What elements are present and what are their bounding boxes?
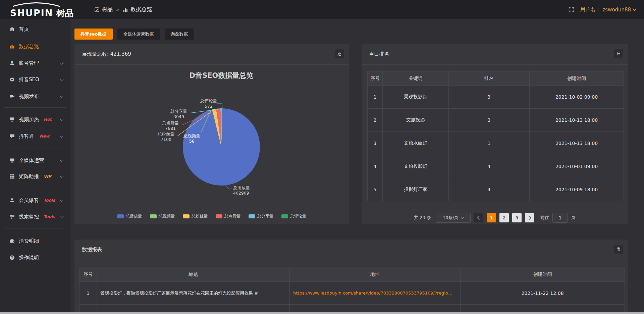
report-link[interactable]: https://www.iesdouyin.com/share/video/70… <box>293 291 452 296</box>
next-page-button[interactable] <box>525 213 534 222</box>
logo-text-en: SHUPIN <box>10 8 53 17</box>
breadcrumb: 树品 > 数据总览 <box>95 0 152 19</box>
rank-table: 序号 关键词 排名 创建时间 1 景观投影灯 3 2021-10-02 09:0… <box>367 71 624 201</box>
cell: 4 <box>368 155 382 178</box>
prev-page-button[interactable] <box>474 213 483 222</box>
legend-swatch <box>249 214 255 218</box>
page-size-select[interactable]: 10条/页 <box>436 213 471 223</box>
pie-label-shares: 总分享量3049 <box>165 109 192 119</box>
breadcrumb-current[interactable]: 数据总览 <box>130 6 152 13</box>
cell: 2021-10-01 09:00 <box>530 155 624 178</box>
sidebar-item-lead-monitor[interactable]: 线索监控 Tools <box>0 210 70 223</box>
logo[interactable]: SHUPIN 树品 <box>10 2 73 17</box>
sidebar-item-help[interactable]: ? 操作说明 <box>0 251 70 264</box>
sidebar-item-data-overview[interactable]: 数据总览 <box>0 40 70 53</box>
cell: 5 <box>368 178 382 201</box>
chevron-left-icon <box>477 216 481 220</box>
legend-item-videos[interactable]: 总视频量 <box>150 213 175 219</box>
sidebar-item-video-publish[interactable]: 视频发布 <box>0 90 70 103</box>
cell: 文旅投影 <box>383 109 448 132</box>
logo-text-cn: 树品 <box>56 9 73 17</box>
user-menu[interactable]: 用户名：zswodun88 <box>580 6 636 13</box>
legend-item-plays[interactable]: 总播放量 <box>117 213 142 219</box>
sidebar-divider <box>4 228 66 228</box>
table-mode-button[interactable]: 表 <box>614 245 623 254</box>
svg-text:?: ? <box>11 256 13 259</box>
cell: 景观投影灯 <box>383 86 448 108</box>
sidebar: 首页 数据总览 账号管理 <box>0 19 70 314</box>
video-camera-icon <box>9 94 15 99</box>
chart-panel-header: 展现量总数: 421,369 总 <box>74 44 349 65</box>
horizontal-scrollbar[interactable] <box>0 312 644 314</box>
cell: 4 <box>449 155 529 178</box>
page-button-2[interactable]: 2 <box>499 213 509 222</box>
chevron-down-icon <box>60 158 63 162</box>
bar-chart-icon <box>123 7 128 12</box>
report-panel-header: 数据报表 表 <box>74 240 628 260</box>
chart-panel: 展现量总数: 421,369 总 D音SEO数据量总览 总评论量572 总分享量… <box>74 44 349 224</box>
cell: 1 <box>368 86 382 108</box>
legend-swatch <box>281 214 288 218</box>
breadcrumb-root[interactable]: 树品 <box>102 6 113 13</box>
rank-panel: 今日排名 日 序号 关键词 排名 创建时间 1 景观投影灯 3 2021-10-… <box>362 44 628 224</box>
help-icon: ? <box>9 255 15 261</box>
tab-media-operation[interactable]: 全媒体运营数据 <box>117 29 160 40</box>
chevron-down-icon <box>60 174 63 178</box>
legend-item-fans[interactable]: 总粉丝量 <box>183 213 208 219</box>
report-title-cell: 景观投影灯，夜游景观投影灯厂家展示展示落花灯在花园里的灯光投影应用效果 # <box>97 282 289 304</box>
report-panel-title: 数据报表 <box>82 240 102 260</box>
goto-page-input[interactable] <box>552 213 568 223</box>
report-date-cell: 2021-11-22 12:08 <box>461 282 625 304</box>
pie-label-fans: 总粉丝量7100 <box>153 132 179 142</box>
cell: 1 <box>79 282 97 304</box>
chat-bubble-icon <box>9 134 15 139</box>
brand-square-icon <box>95 7 99 12</box>
chevron-down-icon <box>60 77 63 81</box>
app-root: SHUPIN 树品 树品 > 数据总览 用户名：zswodun88 <box>0 0 644 314</box>
column-header: 排名 <box>449 71 529 85</box>
user-icon <box>9 60 15 66</box>
pie-label-plays: 总播放量402909 <box>233 185 263 196</box>
sidebar-item-account[interactable]: 账号管理 <box>0 56 70 70</box>
pagination: 共 23 条 10条/页 1 2 3 前往 页 <box>362 213 628 223</box>
goto-unit: 页 <box>571 215 576 221</box>
goto-label: 前往 <box>540 215 549 221</box>
sidebar-item-consumption[interactable]: 消费明细 <box>0 234 70 248</box>
legend-item-comments[interactable]: 总评论量 <box>281 213 306 219</box>
chevron-down-icon <box>60 61 63 64</box>
page-button-1[interactable]: 1 <box>487 213 496 222</box>
column-header: 创建时间 <box>530 71 624 85</box>
gear-icon <box>9 77 15 83</box>
chevron-down-icon <box>60 214 63 218</box>
sidebar-item-member-burst[interactable]: 会员爆客 Tools <box>0 194 70 207</box>
grid-icon <box>9 174 15 179</box>
fullscreen-icon[interactable] <box>569 7 574 12</box>
sidebar-divider <box>4 107 66 108</box>
chart-icon <box>9 44 15 49</box>
legend-item-shares[interactable]: 总分享量 <box>249 213 273 219</box>
tab-douyin-seo[interactable]: 抖音seo数据 <box>74 29 113 40</box>
user-label: 用户名： <box>580 6 600 13</box>
impressions-total: 展现量总数: 421,369 <box>82 44 131 64</box>
sidebar-item-home[interactable]: 首页 <box>0 22 70 36</box>
member-icon <box>9 198 15 203</box>
sidebar-item-matrix-boost[interactable]: 矩阵助推 VIP <box>0 170 70 183</box>
tab-inquiry[interactable]: 询盘数据 <box>165 29 194 40</box>
sidebar-item-video-heat[interactable]: 视频加热 Hot <box>0 113 70 126</box>
new-badge: New <box>40 134 49 139</box>
username: zswodun88 <box>602 7 631 13</box>
legend-swatch <box>117 214 124 218</box>
chevron-down-icon <box>60 198 63 202</box>
page-button-3[interactable]: 3 <box>512 213 522 222</box>
day-mode-button[interactable]: 日 <box>614 49 623 58</box>
total-mode-button[interactable]: 总 <box>335 49 344 58</box>
pie[interactable] <box>183 108 260 186</box>
chart-legend: 总播放量 总视频量 总粉丝量 总点赞量 总分享量 总评论量 <box>74 213 349 219</box>
sidebar-item-douketong[interactable]: 抖客通 New <box>0 129 70 143</box>
chevron-down-icon <box>632 7 637 11</box>
sidebar-item-douyin-seo[interactable]: 抖音SEO <box>0 73 70 86</box>
sidebar-item-media-operation[interactable]: 全媒体运营 <box>0 154 70 167</box>
cell: 2021-10-02 09:00 <box>530 86 624 108</box>
legend-item-likes[interactable]: 总点赞量 <box>216 213 240 219</box>
cell: 2021-10-13 18:00 <box>530 109 624 132</box>
